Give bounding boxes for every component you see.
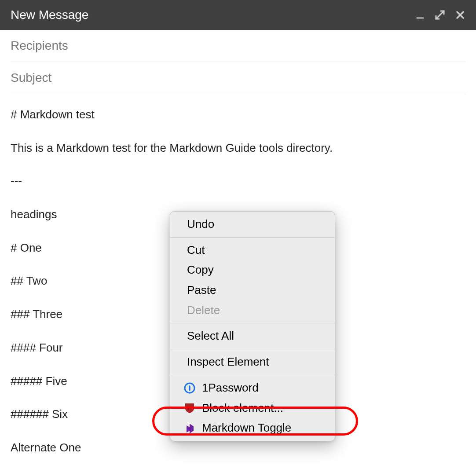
svg-rect-0 bbox=[417, 18, 424, 19]
svg-rect-2 bbox=[189, 385, 190, 391]
svg-text:uo: uo bbox=[187, 405, 193, 410]
close-icon[interactable] bbox=[455, 10, 465, 20]
context-menu-cut[interactable]: Cut bbox=[170, 240, 335, 260]
context-menu-1password[interactable]: 1Password bbox=[170, 378, 335, 398]
context-menu-copy[interactable]: Copy bbox=[170, 260, 335, 280]
context-menu-paste[interactable]: Paste bbox=[170, 280, 335, 300]
body-line: This is a Markdown test for the Markdown… bbox=[11, 140, 465, 157]
body-line: Alternate One bbox=[11, 440, 465, 456]
context-menu-markdown-toggle[interactable]: Markdown Toggle bbox=[170, 418, 335, 438]
minimize-icon[interactable] bbox=[415, 10, 425, 20]
body-line: --- bbox=[11, 173, 465, 190]
context-menu-group-select: Select All bbox=[170, 323, 335, 349]
context-menu-group-extensions: 1Password uo Block element... Markdown T… bbox=[170, 375, 335, 441]
context-menu-delete: Delete bbox=[170, 300, 335, 321]
context-menu-group-inspect: Inspect Element bbox=[170, 349, 335, 375]
window-title: New Message bbox=[11, 8, 88, 22]
context-menu-block-element[interactable]: uo Block element... bbox=[170, 398, 335, 418]
window-controls bbox=[415, 10, 465, 20]
context-menu-group-edit1: Undo bbox=[170, 212, 335, 238]
subject-placeholder: Subject bbox=[11, 71, 51, 84]
context-menu-undo[interactable]: Undo bbox=[170, 214, 335, 234]
context-menu-select-all[interactable]: Select All bbox=[170, 326, 335, 346]
recipients-placeholder: Recipients bbox=[11, 39, 68, 52]
body-line: # Markdown test bbox=[11, 106, 465, 123]
context-menu-inspect-element[interactable]: Inspect Element bbox=[170, 352, 335, 372]
subject-field[interactable]: Subject bbox=[11, 62, 465, 94]
expand-icon[interactable] bbox=[435, 10, 445, 20]
recipients-field[interactable]: Recipients bbox=[11, 30, 465, 62]
markdown-toggle-icon bbox=[183, 422, 196, 434]
onepassword-icon bbox=[183, 382, 196, 394]
compose-titlebar: New Message bbox=[0, 0, 476, 30]
ublock-icon: uo bbox=[183, 402, 196, 414]
context-menu: Undo Cut Copy Paste Delete Select All In… bbox=[170, 211, 335, 441]
context-menu-group-clipboard: Cut Copy Paste Delete bbox=[170, 238, 335, 324]
